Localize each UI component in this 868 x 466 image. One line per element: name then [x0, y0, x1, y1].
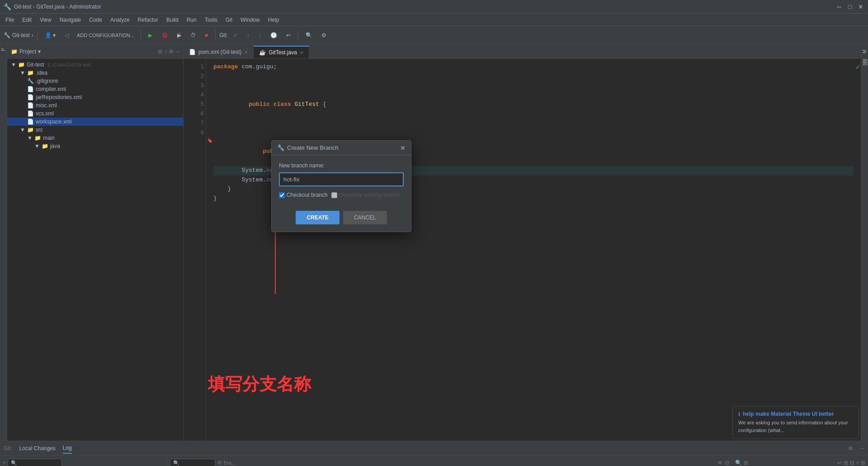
close-button[interactable]: ✕	[857, 3, 864, 10]
branch-name-input[interactable]	[279, 172, 404, 186]
diff-button[interactable]: ⊟	[725, 460, 729, 466]
cancel-button[interactable]: CANCEL	[343, 211, 387, 224]
project-collapse-button[interactable]: ─	[175, 48, 179, 55]
project-panel-toggle[interactable]: P	[1, 48, 6, 51]
overwrite-checkbox[interactable]	[331, 192, 337, 198]
commit-filter[interactable]: ⚙	[217, 460, 222, 466]
overwrite-label-text: Overwrite existing branch	[339, 192, 400, 198]
menu-build[interactable]: Build	[163, 15, 182, 24]
search-everywhere-button[interactable]: 🔍	[302, 30, 316, 40]
git-label: Git:	[219, 32, 228, 38]
git-history-button[interactable]: 🕐	[267, 30, 281, 40]
menu-git[interactable]: Git	[222, 15, 236, 24]
notification-panel: ℹ help make Material Theme UI better We …	[732, 406, 859, 439]
bookmark-icon-4[interactable]: 🔖	[207, 138, 212, 145]
git-detail-panel: 🔍 ⊞ ↩ ⊞ ⊟ ▿ ⊞ Select commit to view chan…	[732, 456, 868, 466]
project-title[interactable]: Project ▾	[19, 48, 41, 55]
project-sort-button[interactable]: ↕	[164, 48, 167, 55]
menu-file[interactable]: File	[2, 15, 18, 24]
detail-expand[interactable]: ⊞	[744, 460, 748, 466]
database-panel-icon[interactable]: 🗄	[862, 59, 868, 66]
minimize-button[interactable]: ─	[835, 3, 843, 10]
git-push-button[interactable]: ↑	[243, 30, 253, 40]
git-panel-close[interactable]: ─	[860, 445, 864, 452]
modal-label: New branch name:	[279, 162, 404, 169]
code-line-2	[213, 72, 854, 81]
detail-search[interactable]: 🔍	[735, 460, 742, 466]
coverage-button[interactable]: ▶̈	[174, 30, 185, 40]
project-layout-button[interactable]: ⊞	[158, 48, 162, 55]
tree-idea-folder[interactable]: ▼ 📁 .idea	[7, 69, 183, 77]
run-button[interactable]: ▶	[145, 30, 156, 40]
menu-window[interactable]: Window	[237, 15, 264, 24]
eye-button[interactable]: 👁	[717, 460, 723, 466]
git-panel-tabs: Git: Local Changes Log ⚙ ─	[0, 441, 868, 456]
tree-workspace-xml[interactable]: 📄 workspace.xml	[7, 118, 183, 126]
gitignore-icon: 🔧	[27, 78, 34, 84]
menu-edit[interactable]: Edit	[19, 15, 35, 24]
tree-compiler-xml[interactable]: 📄 compiler.xml	[7, 85, 183, 93]
stop-button[interactable]: ■	[201, 30, 212, 40]
checkout-branch-option[interactable]: Checkout branch	[279, 192, 328, 198]
modal-close-button[interactable]: ✕	[400, 144, 406, 152]
tab-pom-xml[interactable]: 📄 pom.xml (Git-test) ✕	[184, 46, 254, 58]
pom-tab-close[interactable]: ✕	[244, 50, 248, 55]
git-branch-toolbar: +	[0, 456, 167, 466]
add-config-button[interactable]: ADD CONFIGURATION...	[74, 31, 137, 40]
git-rollback-button[interactable]: ↩	[283, 30, 294, 40]
profile-button[interactable]: ⏱	[187, 30, 199, 40]
root-expand-icon: ▼	[11, 62, 16, 68]
tree-src-folder[interactable]: ▼ 📁 src	[7, 126, 183, 134]
account-button[interactable]: 👤 ▾	[41, 30, 59, 40]
checkout-checkbox[interactable]	[279, 192, 285, 198]
menu-help[interactable]: Help	[264, 15, 283, 24]
project-settings-button[interactable]: ⚙	[169, 48, 174, 55]
pom-tab-icon: 📄	[189, 49, 196, 55]
detail-filter[interactable]: ▿	[856, 460, 859, 466]
overwrite-option[interactable]: Overwrite existing branch	[331, 192, 400, 198]
tree-gitignore[interactable]: 🔧 .gitignore	[7, 77, 183, 85]
menu-analyze[interactable]: Analyze	[107, 15, 133, 24]
menu-tools[interactable]: Tools	[201, 15, 221, 24]
branch-search-input[interactable]	[8, 459, 62, 466]
modal-footer: CREATE CANCEL	[272, 205, 411, 232]
create-branch-button[interactable]: CREATE	[296, 211, 339, 224]
menu-view[interactable]: View	[36, 15, 55, 24]
code-content[interactable]: package com.guigu; ▶ public class GitTes…	[206, 59, 861, 441]
debug-button[interactable]: 🐞	[158, 30, 172, 40]
detail-layout1[interactable]: ⊞	[844, 460, 848, 466]
tab-git-test-java[interactable]: ☕ GitTest.java ✕	[254, 46, 309, 58]
commit-search-input[interactable]	[170, 459, 215, 466]
git-branch-add[interactable]: +	[3, 460, 6, 466]
detail-back[interactable]: ↩	[837, 460, 842, 466]
git-detail-toolbar: 🔍 ⊞ ↩ ⊞ ⊟ ▿ ⊞	[732, 456, 868, 466]
tree-jar-repos[interactable]: 📄 jarRepositories.xml	[7, 93, 183, 101]
git-check-button[interactable]: ✓	[230, 30, 241, 40]
git-panel-settings[interactable]: ⚙	[848, 445, 853, 452]
code-editor[interactable]: 1 2 3 4 5 6 7 8 package com.guigu; ▶ pub…	[184, 59, 861, 441]
tree-vcs-xml[interactable]: 📄 vcs.xml	[7, 109, 183, 118]
settings-button[interactable]: ⚙	[318, 30, 330, 40]
git-pull-button[interactable]: ↓	[255, 30, 265, 40]
tree-main-folder[interactable]: ▼ 📁 main	[7, 134, 183, 142]
git-tab-log[interactable]: Log	[63, 443, 72, 454]
java-tab-close[interactable]: ✕	[300, 50, 303, 55]
menu-run[interactable]: Run	[183, 15, 200, 24]
maven-panel-icon[interactable]: M	[862, 50, 867, 53]
tree-root[interactable]: ▼ 📁 Git-test E:\Code\Git\Git-test	[7, 61, 183, 69]
detail-sort[interactable]: ⊞	[861, 460, 865, 466]
java-folder-icon: 📁	[42, 143, 48, 149]
detail-layout2[interactable]: ⊟	[850, 460, 854, 466]
menu-refactor[interactable]: Refactor	[134, 15, 162, 24]
jar-icon: 📄	[27, 94, 34, 100]
tree-java-folder[interactable]: ▼ 📁 java	[7, 142, 183, 150]
menu-bar: File Edit View Navigate Code Analyze Ref…	[0, 14, 868, 26]
menu-navigate[interactable]: Navigate	[56, 15, 85, 24]
src-label: src	[36, 127, 43, 133]
tree-misc-xml[interactable]: 📄 misc.xml	[7, 101, 183, 109]
back-button[interactable]: ◁	[61, 30, 72, 40]
git-tab-local-changes[interactable]: Local Changes	[19, 443, 56, 453]
project-breadcrumb[interactable]: 🔧 Git-test ›	[4, 32, 33, 38]
maximize-button[interactable]: □	[846, 3, 854, 10]
menu-code[interactable]: Code	[85, 15, 106, 24]
